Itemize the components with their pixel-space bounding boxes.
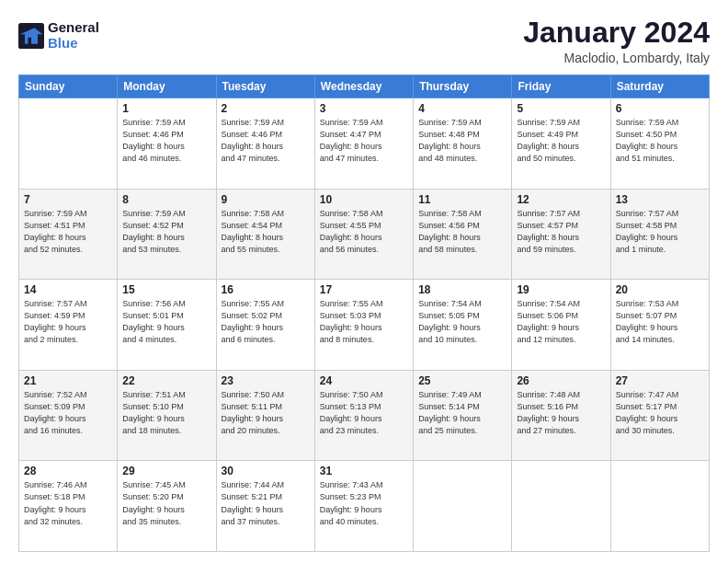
- day-number: 1: [122, 102, 210, 115]
- calendar-cell: [19, 98, 118, 190]
- day-info: Sunrise: 7:57 AM Sunset: 4:59 PM Dayligh…: [24, 298, 112, 346]
- day-number: 18: [418, 283, 506, 296]
- subtitle: Maclodio, Lombardy, Italy: [523, 51, 710, 65]
- logo-text: General Blue: [48, 20, 99, 51]
- calendar-cell: 12Sunrise: 7:57 AM Sunset: 4:57 PM Dayli…: [512, 189, 610, 280]
- weekday-header: Sunday: [19, 75, 118, 98]
- logo-line1: General: [48, 20, 99, 36]
- calendar-cell: 18Sunrise: 7:54 AM Sunset: 5:05 PM Dayli…: [414, 280, 512, 371]
- logo-icon: [18, 23, 44, 49]
- day-info: Sunrise: 7:51 AM Sunset: 5:10 PM Dayligh…: [122, 389, 210, 437]
- day-number: 9: [222, 193, 310, 206]
- day-info: Sunrise: 7:56 AM Sunset: 5:01 PM Dayligh…: [122, 298, 210, 346]
- calendar-cell: 8Sunrise: 7:59 AM Sunset: 4:52 PM Daylig…: [118, 189, 216, 280]
- day-number: 30: [222, 465, 310, 477]
- day-info: Sunrise: 7:58 AM Sunset: 4:55 PM Dayligh…: [320, 208, 408, 256]
- calendar-cell: 9Sunrise: 7:58 AM Sunset: 4:54 PM Daylig…: [216, 189, 314, 280]
- day-info: Sunrise: 7:54 AM Sunset: 5:05 PM Dayligh…: [418, 298, 506, 346]
- calendar-cell: 26Sunrise: 7:48 AM Sunset: 5:16 PM Dayli…: [512, 370, 610, 461]
- day-info: Sunrise: 7:43 AM Sunset: 5:23 PM Dayligh…: [320, 479, 408, 527]
- day-info: Sunrise: 7:47 AM Sunset: 5:17 PM Dayligh…: [616, 389, 704, 437]
- calendar-cell: 28Sunrise: 7:46 AM Sunset: 5:18 PM Dayli…: [19, 461, 118, 552]
- logo: General Blue: [18, 20, 99, 51]
- calendar-cell: 3Sunrise: 7:59 AM Sunset: 4:47 PM Daylig…: [314, 98, 413, 190]
- day-number: 3: [320, 102, 408, 115]
- day-number: 29: [122, 465, 210, 477]
- day-number: 6: [616, 102, 704, 115]
- day-number: 21: [24, 374, 112, 387]
- calendar-cell: [414, 461, 512, 552]
- weekday-header: Thursday: [414, 75, 512, 98]
- calendar-week-row: 1Sunrise: 7:59 AM Sunset: 4:46 PM Daylig…: [19, 98, 710, 190]
- day-info: Sunrise: 7:45 AM Sunset: 5:20 PM Dayligh…: [122, 479, 210, 527]
- calendar-cell: 2Sunrise: 7:59 AM Sunset: 4:46 PM Daylig…: [216, 98, 314, 190]
- day-number: 10: [320, 193, 408, 206]
- day-info: Sunrise: 7:52 AM Sunset: 5:09 PM Dayligh…: [24, 389, 112, 437]
- day-number: 13: [616, 193, 704, 206]
- day-number: 20: [616, 283, 704, 296]
- calendar-header-row: SundayMondayTuesdayWednesdayThursdayFrid…: [19, 75, 710, 98]
- calendar-cell: 29Sunrise: 7:45 AM Sunset: 5:20 PM Dayli…: [118, 461, 216, 552]
- day-info: Sunrise: 7:59 AM Sunset: 4:51 PM Dayligh…: [24, 208, 112, 256]
- calendar-cell: 4Sunrise: 7:59 AM Sunset: 4:48 PM Daylig…: [414, 98, 512, 190]
- calendar-cell: 6Sunrise: 7:59 AM Sunset: 4:50 PM Daylig…: [610, 98, 709, 190]
- calendar-cell: 11Sunrise: 7:58 AM Sunset: 4:56 PM Dayli…: [414, 189, 512, 280]
- calendar-cell: [610, 461, 709, 552]
- calendar-cell: 21Sunrise: 7:52 AM Sunset: 5:09 PM Dayli…: [19, 370, 118, 461]
- day-info: Sunrise: 7:59 AM Sunset: 4:50 PM Dayligh…: [616, 117, 704, 165]
- day-number: 26: [517, 374, 605, 387]
- day-info: Sunrise: 7:46 AM Sunset: 5:18 PM Dayligh…: [24, 479, 112, 527]
- weekday-header: Friday: [512, 75, 610, 98]
- calendar-cell: 15Sunrise: 7:56 AM Sunset: 5:01 PM Dayli…: [118, 280, 216, 371]
- calendar-cell: 19Sunrise: 7:54 AM Sunset: 5:06 PM Dayli…: [512, 280, 610, 371]
- day-number: 28: [24, 465, 112, 477]
- day-number: 14: [24, 283, 112, 296]
- day-info: Sunrise: 7:59 AM Sunset: 4:46 PM Dayligh…: [222, 117, 310, 165]
- page: General Blue January 2024 Maclodio, Lomb…: [0, 0, 728, 563]
- day-number: 31: [320, 465, 408, 477]
- weekday-header: Saturday: [610, 75, 709, 98]
- calendar-cell: 5Sunrise: 7:59 AM Sunset: 4:49 PM Daylig…: [512, 98, 610, 190]
- day-info: Sunrise: 7:44 AM Sunset: 5:21 PM Dayligh…: [222, 479, 310, 527]
- calendar-week-row: 14Sunrise: 7:57 AM Sunset: 4:59 PM Dayli…: [19, 280, 710, 371]
- calendar-cell: 10Sunrise: 7:58 AM Sunset: 4:55 PM Dayli…: [314, 189, 413, 280]
- day-info: Sunrise: 7:48 AM Sunset: 5:16 PM Dayligh…: [517, 389, 605, 437]
- day-number: 22: [122, 374, 210, 387]
- day-info: Sunrise: 7:59 AM Sunset: 4:46 PM Dayligh…: [122, 117, 210, 165]
- day-info: Sunrise: 7:59 AM Sunset: 4:48 PM Dayligh…: [418, 117, 506, 165]
- calendar-cell: 1Sunrise: 7:59 AM Sunset: 4:46 PM Daylig…: [118, 98, 216, 190]
- day-info: Sunrise: 7:55 AM Sunset: 5:02 PM Dayligh…: [222, 298, 310, 346]
- day-info: Sunrise: 7:55 AM Sunset: 5:03 PM Dayligh…: [320, 298, 408, 346]
- day-number: 15: [122, 283, 210, 296]
- day-number: 8: [122, 193, 210, 206]
- logo-line2: Blue: [48, 36, 99, 52]
- day-number: 12: [517, 193, 605, 206]
- calendar-cell: 16Sunrise: 7:55 AM Sunset: 5:02 PM Dayli…: [216, 280, 314, 371]
- calendar-cell: 23Sunrise: 7:50 AM Sunset: 5:11 PM Dayli…: [216, 370, 314, 461]
- weekday-header: Tuesday: [216, 75, 314, 98]
- day-info: Sunrise: 7:58 AM Sunset: 4:56 PM Dayligh…: [418, 208, 506, 256]
- day-number: 7: [24, 193, 112, 206]
- day-info: Sunrise: 7:59 AM Sunset: 4:49 PM Dayligh…: [517, 117, 605, 165]
- day-number: 23: [222, 374, 310, 387]
- day-number: 24: [320, 374, 408, 387]
- day-number: 5: [517, 102, 605, 115]
- calendar-cell: 17Sunrise: 7:55 AM Sunset: 5:03 PM Dayli…: [314, 280, 413, 371]
- day-number: 11: [418, 193, 506, 206]
- weekday-header: Wednesday: [314, 75, 413, 98]
- day-info: Sunrise: 7:58 AM Sunset: 4:54 PM Dayligh…: [222, 208, 310, 256]
- day-info: Sunrise: 7:49 AM Sunset: 5:14 PM Dayligh…: [418, 389, 506, 437]
- calendar-cell: 13Sunrise: 7:57 AM Sunset: 4:58 PM Dayli…: [610, 189, 709, 280]
- calendar-cell: 20Sunrise: 7:53 AM Sunset: 5:07 PM Dayli…: [610, 280, 709, 371]
- day-info: Sunrise: 7:57 AM Sunset: 4:58 PM Dayligh…: [616, 208, 704, 256]
- calendar-week-row: 7Sunrise: 7:59 AM Sunset: 4:51 PM Daylig…: [19, 189, 710, 280]
- calendar-table: SundayMondayTuesdayWednesdayThursdayFrid…: [18, 75, 710, 552]
- day-number: 16: [222, 283, 310, 296]
- day-info: Sunrise: 7:53 AM Sunset: 5:07 PM Dayligh…: [616, 298, 704, 346]
- calendar-cell: [512, 461, 610, 552]
- day-number: 19: [517, 283, 605, 296]
- calendar-cell: 30Sunrise: 7:44 AM Sunset: 5:21 PM Dayli…: [216, 461, 314, 552]
- calendar-cell: 31Sunrise: 7:43 AM Sunset: 5:23 PM Dayli…: [314, 461, 413, 552]
- calendar-cell: 24Sunrise: 7:50 AM Sunset: 5:13 PM Dayli…: [314, 370, 413, 461]
- day-number: 17: [320, 283, 408, 296]
